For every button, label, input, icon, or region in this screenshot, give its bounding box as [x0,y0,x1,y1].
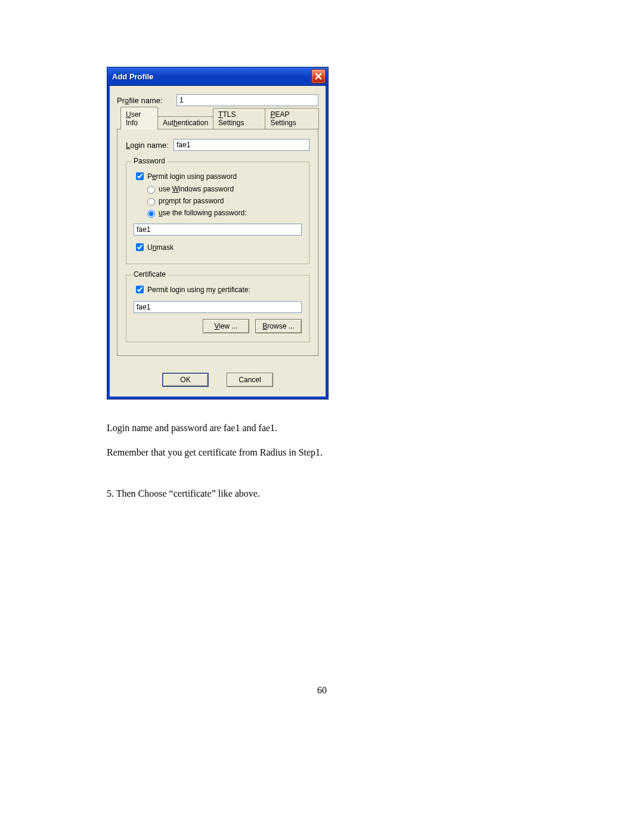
title-bar[interactable]: Add Profile [107,67,328,86]
certificate-group: Certificate Permit login using my certif… [126,275,309,342]
certificate-group-title: Certificate [131,270,168,278]
radio-following-password-label: use the following password: [159,209,246,217]
profile-name-row: Profile name: [117,94,318,106]
add-profile-dialog: Add Profile Profile name: User Info Auth… [107,67,329,400]
password-group-title: Password [131,157,168,165]
password-input[interactable] [134,224,302,236]
login-name-row: Login name: [126,139,309,151]
permit-password-label: Permit login using password [147,172,237,181]
radio-following-password-row[interactable]: use the following password: [144,208,302,218]
doc-line-1: Login name and password are fae1 and fae… [107,421,524,435]
permit-certificate-label: Permit login using my certificate: [147,286,250,294]
dialog-footer: OK Cancel [117,373,318,387]
document-text: Login name and password are fae1 and fae… [107,421,524,512]
ok-button[interactable]: OK [162,373,209,387]
certificate-buttons: View ... Browse ... [134,319,302,333]
unmask-row[interactable]: Unmask [134,241,302,253]
profile-name-label: Profile name: [117,96,177,105]
password-group: Password Permit login using password use… [126,162,309,264]
radio-windows-password-row[interactable]: use Windows password [144,184,302,194]
tab-user-info[interactable]: User Info [120,107,158,129]
unmask-checkbox[interactable] [136,243,144,251]
tab-bar: User Info Authentication TTLS Settings P… [117,114,318,129]
permit-certificate-row[interactable]: Permit login using my certificate: [134,284,302,295]
view-button[interactable]: View ... [203,319,249,333]
radio-prompt-password-label: prompt for password [159,197,224,205]
permit-certificate-checkbox[interactable] [136,286,144,293]
permit-password-checkbox[interactable] [136,172,144,180]
dialog-body: Profile name: User Info Authentication T… [107,86,328,399]
password-radio-group: use Windows password prompt for password… [144,184,302,218]
page-number: 60 [0,685,644,696]
cancel-button[interactable]: Cancel [227,373,273,387]
unmask-label: Unmask [147,243,174,252]
tab-ttls-settings[interactable]: TTLS Settings [213,108,265,129]
login-name-input[interactable] [174,139,309,151]
doc-line-2: Remember that you get certificate from R… [107,445,524,459]
login-name-label: Login name: [126,141,174,150]
close-icon [315,73,322,80]
tab-authentication[interactable]: Authentication [157,116,213,129]
browse-button[interactable]: Browse ... [255,319,302,333]
dialog-title: Add Profile [112,72,153,81]
tab-peap-settings[interactable]: PEAP Settings [265,108,319,129]
certificate-input[interactable] [134,301,302,313]
close-button[interactable] [311,69,326,83]
profile-name-input[interactable] [177,94,318,106]
doc-line-3: 5. Then Choose “certificate” like above. [107,487,524,500]
permit-password-row[interactable]: Permit login using password [134,171,302,182]
radio-prompt-password[interactable] [147,198,155,206]
radio-following-password[interactable] [147,210,155,218]
tab-panel-user-info: Login name: Password Permit login using … [117,129,318,356]
radio-windows-password[interactable] [147,186,155,194]
radio-prompt-password-row[interactable]: prompt for password [144,196,302,206]
radio-windows-password-label: use Windows password [159,185,234,193]
